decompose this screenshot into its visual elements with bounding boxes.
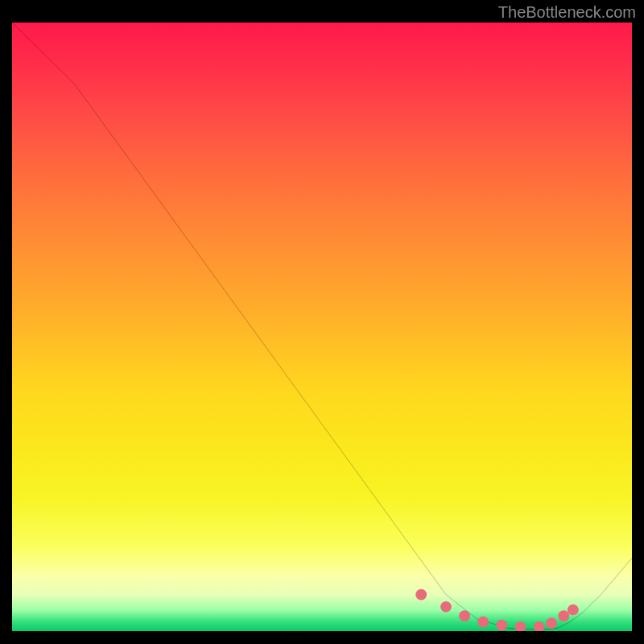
curve-marker-dot (534, 621, 545, 631)
curve-marker-dot (496, 620, 507, 631)
curve-marker-dot (415, 589, 427, 601)
curve-marker-dot (568, 605, 579, 616)
chart-svg (12, 23, 632, 631)
curve-markers (415, 589, 579, 631)
watermark-text: TheBottleneck.com (498, 3, 636, 22)
plot-area (12, 23, 632, 631)
curve-marker-dot (514, 621, 526, 631)
curve-marker-dot (558, 610, 569, 621)
curve-marker-dot (459, 610, 470, 621)
curve-marker-dot (477, 617, 489, 628)
curve-marker-dot (546, 617, 557, 629)
bottleneck-curve-line (12, 23, 632, 630)
curve-marker-dot (440, 601, 452, 613)
